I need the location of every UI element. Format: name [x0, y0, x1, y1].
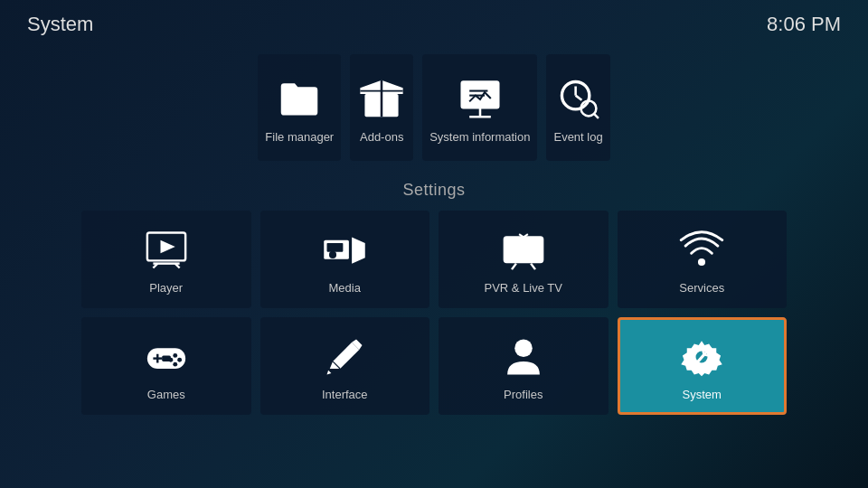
svg-point-40	[173, 361, 177, 366]
tile-profiles[interactable]: Profiles	[439, 317, 609, 415]
header: System 8:06 PM	[0, 0, 868, 49]
folder-icon	[275, 74, 324, 123]
svg-point-47	[514, 339, 533, 357]
presentation-icon	[456, 74, 505, 123]
gamepad-icon	[143, 333, 190, 380]
media-icon	[321, 227, 368, 274]
tile-media[interactable]: Media	[260, 211, 430, 308]
svg-marker-16	[160, 239, 175, 253]
tile-services[interactable]: Services	[618, 211, 788, 308]
svg-line-14	[593, 113, 598, 117]
page-title: System	[27, 13, 93, 36]
tile-system[interactable]: System	[618, 317, 788, 415]
tile-label: Games	[147, 388, 185, 401]
box-icon	[357, 74, 406, 123]
svg-line-12	[575, 95, 581, 99]
play-icon	[143, 227, 190, 274]
gear-icon	[678, 333, 725, 380]
settings-grid: Player Media	[81, 211, 787, 415]
tile-system-information[interactable]: System information	[422, 54, 537, 161]
tile-games[interactable]: Games	[81, 317, 251, 415]
clock: 8:06 PM	[767, 13, 841, 36]
tile-label: Services	[679, 281, 724, 295]
settings-section: Settings Player Media	[81, 181, 787, 415]
tile-player[interactable]: Player	[81, 211, 251, 308]
tile-label: Event log	[553, 130, 602, 144]
svg-marker-21	[352, 237, 365, 263]
tile-label: Player	[149, 281, 183, 295]
tile-pvr[interactable]: PVR & Live TV	[439, 211, 609, 308]
tile-interface[interactable]: Interface	[260, 317, 430, 415]
tile-label: Profiles	[504, 388, 542, 401]
svg-point-22	[329, 250, 336, 258]
svg-rect-23	[327, 242, 344, 251]
wifi-icon	[678, 227, 725, 274]
tv-icon	[500, 227, 547, 274]
settings-label: Settings	[81, 181, 787, 200]
tile-label: Media	[329, 281, 361, 295]
svg-point-38	[177, 357, 182, 361]
svg-marker-42	[330, 342, 360, 368]
svg-line-26	[512, 263, 516, 269]
svg-point-33	[698, 258, 705, 265]
svg-line-44	[330, 369, 336, 375]
tile-add-ons[interactable]: Add-ons	[350, 54, 413, 161]
svg-rect-41	[162, 355, 171, 361]
pencil-icon	[321, 333, 368, 380]
svg-line-27	[531, 263, 535, 269]
svg-point-32	[534, 248, 536, 249]
tile-label: Interface	[322, 388, 368, 401]
svg-marker-45	[327, 370, 332, 374]
clock-search-icon	[554, 74, 603, 123]
tile-label: File manager	[265, 130, 334, 144]
tile-file-manager[interactable]: File manager	[258, 54, 341, 161]
svg-point-37	[173, 352, 177, 357]
person-icon	[500, 333, 547, 380]
tile-label: System	[683, 388, 722, 401]
tile-label: Add-ons	[360, 130, 403, 144]
tile-label: System information	[429, 130, 530, 144]
top-row: File manager Add-ons System information	[81, 54, 787, 161]
tile-event-log[interactable]: Event log	[546, 54, 609, 161]
tile-label: PVR & Live TV	[485, 281, 562, 295]
